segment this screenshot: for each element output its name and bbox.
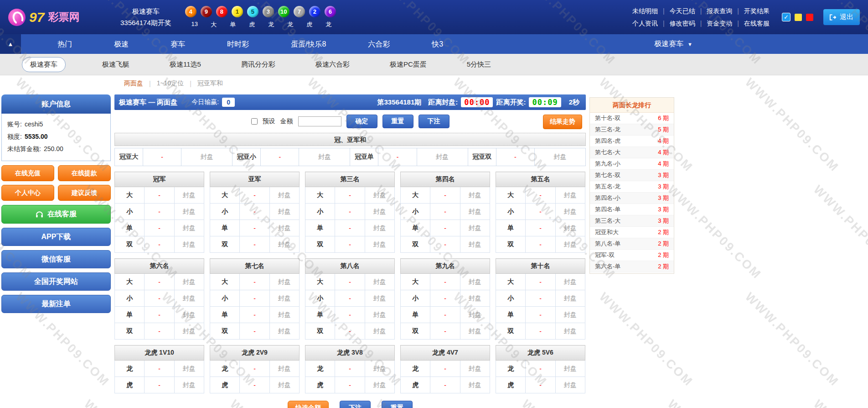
bet-odds-cell[interactable]: - xyxy=(430,220,460,236)
bet-odds-cell[interactable]: - xyxy=(335,187,365,204)
bet-odds-cell[interactable]: - xyxy=(430,361,460,377)
header-link[interactable]: 今天已结 xyxy=(669,5,696,17)
bet-odds-cell[interactable]: - xyxy=(526,274,555,290)
sidebar-button[interactable]: 在线充值 xyxy=(1,165,54,181)
bet-odds-cell[interactable]: - xyxy=(526,361,555,377)
bet-odds-cell[interactable]: - xyxy=(240,361,269,377)
header-link[interactable]: 未结明细 xyxy=(632,5,658,17)
logout-button[interactable]: 退出 xyxy=(823,9,860,25)
bet-odds-cell[interactable]: - xyxy=(430,377,460,393)
bet-odds-cell[interactable]: - xyxy=(526,377,555,393)
bet-odds-cell[interactable]: - xyxy=(526,220,555,236)
bet-odds-cell[interactable]: - xyxy=(145,220,174,236)
reset-button[interactable]: 重置 xyxy=(382,115,413,128)
breadcrumb-item[interactable]: 冠亚军和 xyxy=(197,79,223,88)
bet-odds-cell[interactable]: - xyxy=(145,236,174,253)
header-link[interactable]: 个人资讯 xyxy=(632,17,658,30)
sidebar-button[interactable]: 在线提款 xyxy=(58,165,111,181)
header-link[interactable]: 资金变动 xyxy=(706,17,733,30)
sidebar-link-button[interactable]: 全国开奖网站 xyxy=(1,272,111,291)
bet-odds-cell[interactable]: - xyxy=(335,323,365,340)
bet-odds-cell[interactable]: - xyxy=(526,323,555,340)
bet-odds-cell[interactable]: - xyxy=(335,220,365,236)
bet-button[interactable]: 下注 xyxy=(418,115,450,128)
subnav-item[interactable]: 极速11选5 xyxy=(150,60,221,69)
bet-odds-cell[interactable]: - xyxy=(335,361,365,377)
sum-bet-odds[interactable]: - xyxy=(496,148,534,166)
breadcrumb-item[interactable]: 两面盘 xyxy=(124,79,143,88)
bet-odds-cell[interactable]: - xyxy=(240,290,269,307)
bet-odds-cell[interactable]: - xyxy=(526,307,555,323)
nav-item[interactable]: 热门 xyxy=(36,34,93,54)
nav-item[interactable]: 赛车 xyxy=(150,34,206,54)
sidebar-link-button[interactable]: 微信客服 xyxy=(1,250,111,268)
sum-bet-odds[interactable]: - xyxy=(378,148,417,166)
nav-item[interactable]: 极速 xyxy=(93,34,150,54)
theme-blue-checkbox[interactable]: ✓ xyxy=(782,13,790,21)
bet-odds-cell[interactable]: - xyxy=(335,290,365,307)
quick-amount-button[interactable]: 快选金额 xyxy=(288,401,329,408)
bet-odds-cell[interactable]: - xyxy=(430,323,460,340)
online-service-button[interactable]: 在线客服 xyxy=(1,205,111,224)
bet-odds-cell[interactable]: - xyxy=(240,377,269,393)
bet-odds-cell[interactable]: - xyxy=(240,323,269,340)
bet-odds-cell[interactable]: - xyxy=(335,236,365,253)
subnav-item[interactable]: 5分快三 xyxy=(447,60,511,69)
nav-item[interactable]: 快3 xyxy=(411,34,464,54)
bet-odds-cell[interactable]: - xyxy=(526,204,555,220)
bet-odds-cell[interactable]: - xyxy=(145,361,174,377)
bet-odds-cell[interactable]: - xyxy=(145,187,174,204)
sidebar-link-button[interactable]: 最新注单 xyxy=(1,295,111,313)
bet-odds-cell[interactable]: - xyxy=(145,290,174,307)
sum-bet-odds[interactable]: - xyxy=(261,148,299,166)
theme-yellow-swatch[interactable] xyxy=(795,14,802,21)
bet-odds-cell[interactable]: - xyxy=(335,377,365,393)
bet-odds-cell[interactable]: - xyxy=(430,274,460,290)
sidebar-link-button[interactable]: APP下载 xyxy=(1,228,111,246)
header-link[interactable]: 报表查询 xyxy=(706,5,733,17)
nav-collapse-button[interactable]: ▲ xyxy=(0,34,21,54)
bet-odds-cell[interactable]: - xyxy=(145,377,174,393)
bet-odds-cell[interactable]: - xyxy=(430,187,460,204)
bet-odds-cell[interactable]: - xyxy=(335,307,365,323)
bet-odds-cell[interactable]: - xyxy=(145,204,174,220)
subnav-item[interactable]: 极速六合彩 xyxy=(295,60,370,69)
sum-bet-odds[interactable]: - xyxy=(143,148,181,166)
result-trend-button[interactable]: 结果走势 xyxy=(543,115,582,129)
bet-odds-cell[interactable]: - xyxy=(430,204,460,220)
header-link[interactable]: 开奖结果 xyxy=(744,5,770,17)
bet-odds-cell[interactable]: - xyxy=(430,236,460,253)
bet-odds-cell[interactable]: - xyxy=(430,307,460,323)
nav-item[interactable]: 时时彩 xyxy=(206,34,270,54)
sidebar-button[interactable]: 建议反馈 xyxy=(58,185,111,201)
bet-odds-cell[interactable]: - xyxy=(240,204,269,220)
bet-odds-cell[interactable]: - xyxy=(240,236,269,253)
header-link[interactable]: 在线客服 xyxy=(744,17,770,30)
subnav-item[interactable]: 极速赛车 xyxy=(22,57,66,72)
preset-checkbox[interactable] xyxy=(251,118,258,125)
bet-odds-cell[interactable]: - xyxy=(335,204,365,220)
subnav-item[interactable]: 极速PC蛋蛋 xyxy=(370,60,447,69)
nav-item[interactable]: 六合彩 xyxy=(347,34,411,54)
bet-odds-cell[interactable]: - xyxy=(430,290,460,307)
current-game-dropdown[interactable]: 极速赛车 ▼ xyxy=(654,34,692,54)
bet-odds-cell[interactable]: - xyxy=(240,220,269,236)
bet-button-bottom[interactable]: 下注 xyxy=(340,401,371,408)
bet-odds-cell[interactable]: - xyxy=(145,307,174,323)
confirm-button[interactable]: 确定 xyxy=(346,115,377,128)
site-logo[interactable]: 97 彩票网 xyxy=(8,9,105,26)
bet-odds-cell[interactable]: - xyxy=(526,290,555,307)
bet-odds-cell[interactable]: - xyxy=(145,274,174,290)
nav-item[interactable]: 蛋蛋/快乐8 xyxy=(270,34,347,54)
amount-input[interactable] xyxy=(298,116,341,126)
bet-odds-cell[interactable]: - xyxy=(240,307,269,323)
subnav-item[interactable]: 腾讯分分彩 xyxy=(221,60,295,69)
reset-button-bottom[interactable]: 重置 xyxy=(382,401,413,408)
theme-red-swatch[interactable] xyxy=(806,14,813,21)
breadcrumb-item[interactable]: 1~10定位 xyxy=(157,79,184,88)
subnav-item[interactable]: 极速飞艇 xyxy=(82,60,150,69)
bet-odds-cell[interactable]: - xyxy=(240,187,269,204)
sidebar-button[interactable]: 个人中心 xyxy=(1,185,54,201)
bet-odds-cell[interactable]: - xyxy=(240,274,269,290)
header-link[interactable]: 修改密码 xyxy=(669,17,696,30)
